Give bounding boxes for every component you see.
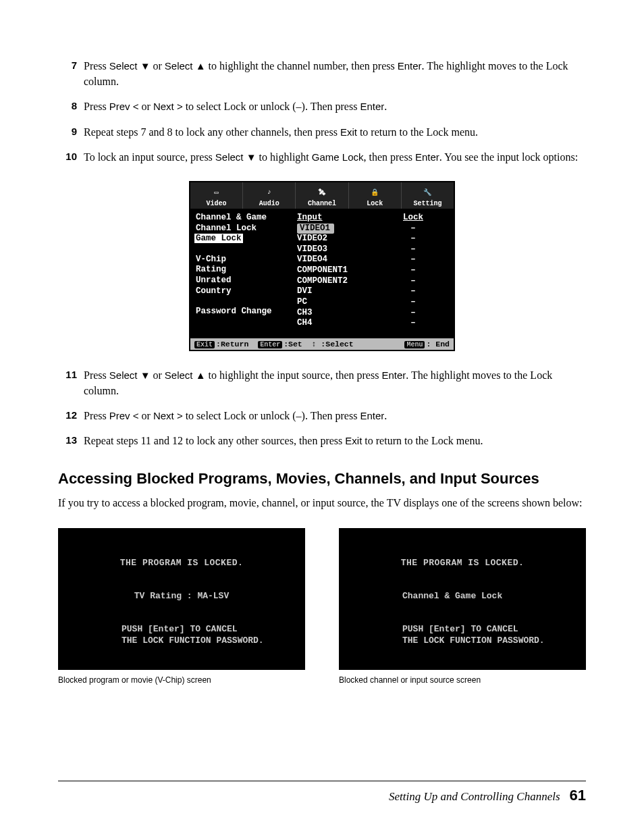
- osd-input-item: CH3: [297, 308, 378, 319]
- osd-lock-value: –: [378, 224, 448, 234]
- step-11: 11 Press Select ▼ or Select ▲ to highlig…: [58, 367, 586, 398]
- step-12: 12 Press Prev < or Next > to select Lock…: [58, 408, 586, 423]
- osd-menu-figure: ▭Video ♪Audio 🛰Channel 🔒Lock 🔧Setting Ch…: [189, 181, 455, 351]
- key-label: Next >: [153, 410, 183, 421]
- step-text: Press Select ▼ or Select ▲ to highlight …: [84, 367, 586, 398]
- osd-menu-list: Channel & Game Channel Lock Game Lock V-…: [196, 213, 297, 329]
- osd-tab-setting: 🔧Setting: [402, 182, 454, 209]
- osd-body: Channel & Game Channel Lock Game Lock V-…: [190, 209, 454, 338]
- step-13: 13 Repeat steps 11 and 12 to lock any ot…: [58, 433, 586, 448]
- key-label: Prev <: [109, 410, 139, 421]
- osd-menu-item: Country: [196, 286, 297, 297]
- step-10: 10 To lock an input source, press Select…: [58, 149, 586, 165]
- osd-lock-column: Lock – – – – – – – – – –: [378, 213, 448, 329]
- osd-input-item: VIDEO3: [297, 244, 378, 255]
- osd-input-item: DVI: [297, 286, 378, 297]
- step-number: 9: [58, 124, 84, 140]
- osd-lock-value: –: [378, 255, 448, 265]
- osd-lock-value: –: [378, 244, 448, 255]
- key-label: Enter: [381, 369, 406, 381]
- step-text: Repeat steps 11 and 12 to lock any other…: [84, 433, 586, 448]
- osd-input-item-selected: VIDEO1: [297, 224, 378, 234]
- step-text: To lock an input source, press Select ▼ …: [84, 149, 586, 165]
- osd-input-item: PC: [297, 297, 378, 308]
- figure-caption: Blocked channel or input source screen: [339, 675, 586, 685]
- key-label: Enter: [360, 410, 384, 421]
- key-label: Next >: [153, 101, 183, 112]
- osd-status-bar: Exit:Return Enter:Set ↕ :Select Menu: En…: [190, 338, 454, 350]
- step-number: 12: [58, 408, 84, 423]
- osd-lock-value: –: [378, 297, 448, 308]
- lock-line1: THE PROGRAM IS LOCKED.: [355, 558, 570, 568]
- key-label: Enter: [415, 151, 439, 163]
- osd-lock-value: –: [378, 276, 448, 287]
- step-list-top: 7 Press Select ▼ or Select ▲ to highligh…: [58, 58, 586, 165]
- osd-tab-bar: ▭Video ♪Audio 🛰Channel 🔒Lock 🔧Setting: [190, 182, 454, 209]
- page-footer: Setting Up and Controlling Channels 61: [58, 781, 586, 804]
- osd-input-item: VIDEO2: [297, 234, 378, 244]
- osd-input-item: COMPONENT2: [297, 276, 378, 287]
- osd-input-item: CH4: [297, 318, 378, 329]
- step-number: 7: [58, 58, 84, 89]
- osd-lock-value: –: [378, 234, 448, 244]
- audio-icon: ♪: [243, 185, 295, 200]
- osd-menu-item: Rating: [196, 265, 297, 276]
- lock-line2: Channel & Game Lock: [355, 591, 570, 601]
- step-8: 8 Press Prev < or Next > to select Lock …: [58, 99, 586, 114]
- key-label: Game Lock: [312, 151, 364, 163]
- step-text: Press Prev < or Next > to select Lock or…: [84, 408, 586, 423]
- osd-menu-item: Channel & Game: [196, 213, 297, 224]
- key-label: Exit: [340, 126, 357, 138]
- step-number: 8: [58, 99, 84, 114]
- osd-tab-channel: 🛰Channel: [296, 182, 348, 209]
- osd-status-left: Exit:Return Enter:Set ↕ :Select: [194, 340, 354, 348]
- osd-input-item: COMPONENT1: [297, 265, 378, 276]
- footer-section: Setting Up and Controlling Channels: [389, 790, 560, 803]
- step-number: 11: [58, 367, 84, 398]
- osd-lock-value: –: [378, 318, 448, 329]
- step-list-bottom: 11 Press Select ▼ or Select ▲ to highlig…: [58, 367, 586, 449]
- step-9: 9 Repeat steps 7 and 8 to lock any other…: [58, 124, 586, 140]
- osd-tab-lock: 🔒Lock: [349, 182, 402, 209]
- channel-icon: 🛰: [296, 185, 348, 200]
- osd-input-column: Input VIDEO1 VIDEO2 VIDEO3 VIDEO4 COMPON…: [297, 213, 378, 329]
- footer-page-number: 61: [570, 787, 586, 804]
- key-label: Enter: [360, 101, 384, 112]
- step-number: 13: [58, 433, 84, 448]
- lock-icon: 🔒: [349, 185, 401, 200]
- osd-menu-item: Channel Lock: [196, 224, 297, 234]
- key-label: Select ▼: [109, 369, 151, 381]
- key-label: Prev <: [109, 101, 139, 112]
- key-label: Exit: [345, 435, 362, 446]
- video-icon: ▭: [190, 185, 242, 200]
- step-text: Press Prev < or Next > to select Lock or…: [84, 99, 586, 114]
- osd-status-right: Menu: End: [404, 340, 450, 348]
- key-label: Select ▲: [165, 369, 206, 381]
- section-heading: Accessing Blocked Programs, Movies, Chan…: [58, 469, 586, 489]
- osd-menu-item: Unrated: [196, 276, 297, 286]
- osd-lock-value: –: [378, 286, 448, 297]
- osd-input-item: VIDEO4: [297, 255, 378, 265]
- osd-input-header: Input: [297, 213, 378, 224]
- key-label: Enter: [398, 60, 422, 72]
- osd-tab-audio: ♪Audio: [243, 182, 296, 209]
- osd-lock-header: Lock: [378, 213, 448, 224]
- lock-screen-vchip: THE PROGRAM IS LOCKED. TV Rating : MA-LS…: [58, 528, 305, 670]
- lock-figure-vchip: THE PROGRAM IS LOCKED. TV Rating : MA-LS…: [58, 528, 305, 685]
- lock-line1: THE PROGRAM IS LOCKED.: [74, 558, 289, 568]
- lock-screens-row: THE PROGRAM IS LOCKED. TV Rating : MA-LS…: [58, 528, 586, 685]
- intro-paragraph: If you try to access a blocked program, …: [58, 495, 586, 511]
- osd-lock-value: –: [378, 308, 448, 319]
- step-text: Repeat steps 7 and 8 to lock any other c…: [84, 124, 586, 140]
- lock-screen-channel: THE PROGRAM IS LOCKED. Channel & Game Lo…: [339, 528, 586, 670]
- step-7: 7 Press Select ▼ or Select ▲ to highligh…: [58, 58, 586, 89]
- osd-tab-video: ▭Video: [190, 182, 243, 209]
- lock-line2: TV Rating : MA-LSV: [74, 591, 289, 601]
- lock-figure-channel: THE PROGRAM IS LOCKED. Channel & Game Lo…: [339, 528, 586, 685]
- key-label: Select ▼: [215, 151, 257, 163]
- osd-menu-item-selected: Game Lock: [196, 234, 297, 244]
- lock-line3: PUSH [Enter] TO CANCEL THE LOCK FUNCTION…: [355, 624, 570, 647]
- key-label: Select ▼: [109, 60, 151, 72]
- setting-icon: 🔧: [402, 185, 454, 200]
- step-text: Press Select ▼ or Select ▲ to highlight …: [84, 58, 586, 89]
